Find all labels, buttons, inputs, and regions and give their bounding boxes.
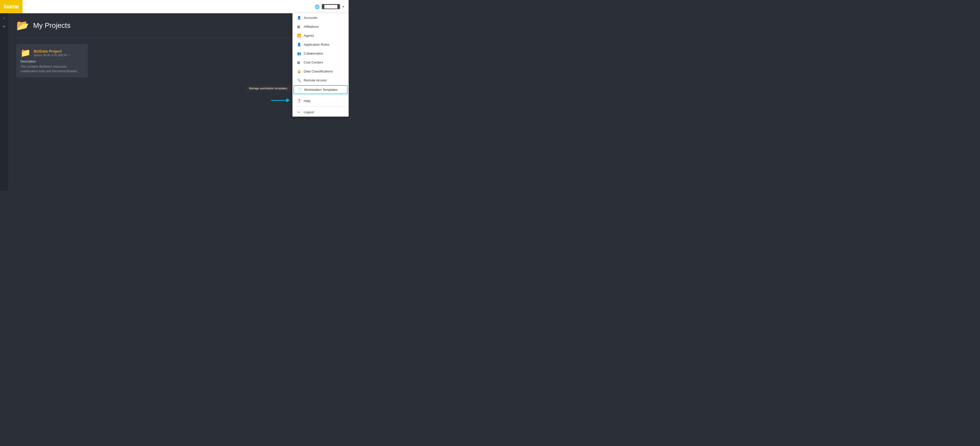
- project-card-header: 📁 BizData Project Spend: $0.00 of $1,000…: [21, 48, 84, 58]
- menu-label-remote-access: Remote Access: [304, 78, 327, 82]
- dropdown-menu: 👤 Accounts ▦ Affiliations 📶 Agents 👤 App…: [293, 13, 348, 117]
- menu-item-accounts[interactable]: 👤 Accounts: [293, 13, 348, 22]
- application-roles-icon: 👤: [297, 43, 301, 46]
- project-spend: Spend: $0.00 of $1,000.00 ✓: [34, 53, 70, 57]
- user-dropdown-arrow[interactable]: ▼: [342, 5, 345, 8]
- page-title: My Projects: [33, 21, 70, 30]
- spend-check-icon: ✓: [68, 53, 70, 57]
- logout-icon: ↪: [297, 110, 301, 114]
- menu-label-affiliations: Affiliations: [304, 25, 319, 29]
- menu-label-collaboration: Collaboration: [304, 52, 323, 56]
- page-title-area: 📂 My Projects: [16, 19, 340, 32]
- menu-item-workstation-templates[interactable]: 📄 Workstation Templates: [293, 85, 348, 94]
- menu-label-accounts: Accounts: [304, 16, 317, 20]
- project-info: BizData Project Spend: $0.00 of $1,000.0…: [34, 49, 70, 57]
- menu-item-collaboration[interactable]: 👥 Collaboration: [293, 49, 348, 58]
- menu-label-data-classifications: Data Classifications: [304, 70, 333, 73]
- user-label[interactable]: ██████: [322, 4, 340, 9]
- data-classifications-icon: 🔒: [297, 70, 301, 73]
- arrow-indicator: [271, 98, 290, 102]
- remote-access-icon: 🔍: [297, 78, 301, 82]
- description-text: This contains BizData's resources, colla…: [21, 64, 84, 73]
- menu-item-remote-access[interactable]: 🔍 Remote Access: [293, 76, 348, 85]
- menu-label-cost-centers: Cost Centers: [304, 60, 323, 64]
- logo[interactable]: loame: [0, 0, 22, 13]
- help-icon: ❓: [297, 99, 301, 103]
- menu-label-workstation-templates: Workstation Templates: [304, 88, 338, 92]
- collaboration-icon: 👥: [297, 52, 301, 56]
- menu-label-application-roles: Application Roles: [304, 43, 329, 46]
- menu-label-agents: Agents: [304, 34, 314, 38]
- sidebar-add[interactable]: +: [3, 24, 6, 29]
- header: loame 🌐 ██████ ▼: [0, 0, 348, 13]
- menu-item-agents[interactable]: 📶 Agents: [293, 31, 348, 40]
- menu-item-application-roles[interactable]: 👤 Application Roles: [293, 40, 348, 49]
- agents-icon: 📶: [297, 34, 301, 38]
- description-label: Description: [21, 60, 84, 63]
- menu-separator-1: [293, 95, 348, 95]
- accounts-icon: 👤: [297, 16, 301, 20]
- cost-centers-icon: ▦: [297, 60, 301, 64]
- arrow-line: [271, 100, 286, 101]
- project-folder-icon: 📁: [21, 48, 30, 58]
- menu-item-affiliations[interactable]: ▦ Affiliations: [293, 22, 348, 31]
- menu-item-cost-centers[interactable]: ▦ Cost Centers: [293, 58, 348, 67]
- my-projects-folder-icon: 📂: [16, 19, 29, 32]
- menu-item-logout[interactable]: ↪ Logout: [293, 108, 348, 117]
- workstation-templates-icon: 📄: [298, 88, 302, 92]
- sidebar: » +: [0, 13, 8, 191]
- logo-text: loame: [4, 3, 19, 10]
- menu-item-data-classifications[interactable]: 🔒 Data Classifications: [293, 67, 348, 76]
- workstation-templates-container: Manage workstation templates. 📄 Workstat…: [293, 85, 348, 94]
- project-card[interactable]: 📁 BizData Project Spend: $0.00 of $1,000…: [16, 44, 88, 78]
- arrow-head: [286, 98, 290, 102]
- menu-item-help[interactable]: ❓ Help: [293, 97, 348, 105]
- project-name: BizData Project: [34, 49, 70, 53]
- workstation-tooltip: Manage workstation templates.: [247, 85, 290, 91]
- header-right: 🌐 ██████ ▼: [315, 4, 345, 9]
- menu-label-help: Help: [304, 99, 310, 103]
- globe-icon: 🌐: [315, 4, 320, 9]
- affiliations-icon: ▦: [297, 25, 301, 29]
- menu-label-logout: Logout: [304, 110, 314, 114]
- sidebar-toggle[interactable]: »: [3, 16, 5, 20]
